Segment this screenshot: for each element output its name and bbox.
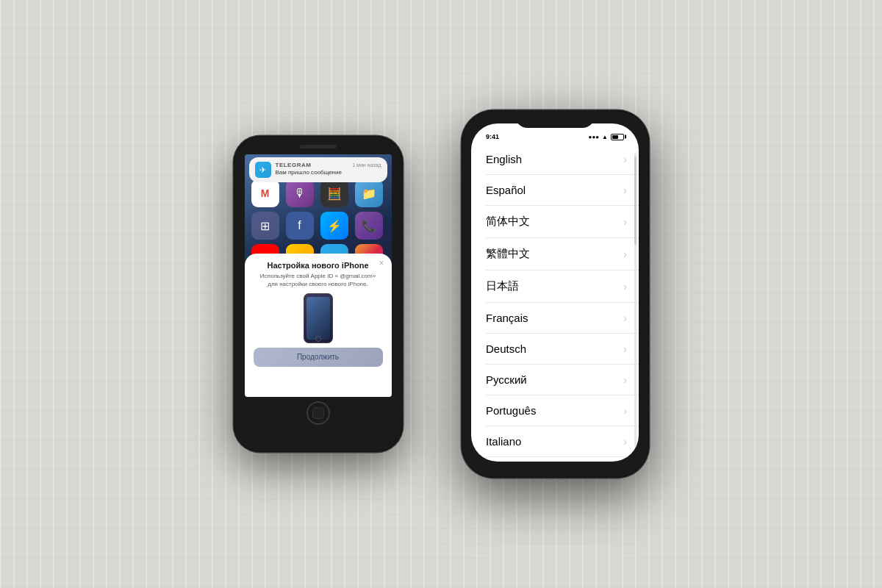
signal-icon: ●●● [589, 134, 600, 140]
language-name: Português [486, 404, 536, 417]
iphone-x: 9:41 ●●● ▲ English›Español›简体中文›繁體中文›日本語… [462, 110, 649, 478]
home-button[interactable] [306, 401, 330, 425]
continue-button[interactable]: Продолжить [254, 348, 383, 367]
facebook-icon[interactable]: f [286, 212, 314, 240]
language-item[interactable]: 한국어› [486, 457, 639, 462]
dialog-phone-screen [306, 297, 330, 340]
extras-icon[interactable]: ⊞ [251, 212, 279, 240]
status-indicators: ●●● ▲ [589, 134, 624, 140]
chevron-right-icon: › [623, 343, 627, 355]
language-name: 简体中文 [486, 215, 530, 229]
notification-time: 1 мин назад [352, 162, 381, 168]
language-name: Español [486, 184, 526, 196]
language-name: Français [486, 312, 528, 324]
scroll-indicator [634, 153, 637, 447]
notification-content: TELEGRAM 1 мин назад Вам пришло сообщени… [276, 162, 381, 176]
wifi-icon: ▲ [602, 134, 608, 140]
phone2-screen: 9:41 ●●● ▲ English›Español›简体中文›繁體中文›日本語… [471, 123, 639, 462]
language-item[interactable]: 繁體中文› [486, 238, 639, 270]
dialog-close-button[interactable]: × [379, 258, 384, 268]
notification-header: TELEGRAM 1 мин назад [276, 162, 381, 168]
language-item[interactable]: Deutsch› [486, 334, 639, 365]
language-item[interactable]: 日本語› [486, 270, 639, 303]
telegram-notification[interactable]: ✈ TELEGRAM 1 мин назад Вам пришло сообще… [249, 157, 387, 182]
messenger-icon[interactable]: ⚡ [320, 212, 348, 240]
chevron-right-icon: › [623, 281, 627, 293]
chevron-right-icon: › [623, 436, 627, 448]
dialog-subtitle: Используйте свой Apple ID « @gmail.com» … [254, 273, 383, 289]
scroll-thumb [634, 157, 637, 245]
language-item[interactable]: Italiano› [486, 426, 639, 457]
chevron-right-icon: › [623, 405, 627, 417]
dialog-phone-home-button [315, 336, 321, 342]
language-name: Deutsch [486, 343, 526, 355]
chevron-right-icon: › [623, 154, 627, 165]
chevron-right-icon: › [623, 312, 627, 324]
language-name: 日本語 [486, 279, 519, 293]
chevron-right-icon: › [623, 248, 627, 260]
language-list: English›Español›简体中文›繁體中文›日本語›Français›D… [471, 144, 639, 462]
chevron-right-icon: › [623, 216, 627, 228]
battery-icon [611, 134, 624, 140]
language-item[interactable]: Español› [486, 175, 639, 206]
language-item[interactable]: English› [486, 144, 639, 175]
notch [514, 110, 595, 128]
language-name: 繁體中文 [486, 247, 530, 261]
chevron-right-icon: › [623, 184, 627, 196]
dialog-iphone-image [304, 293, 333, 343]
notification-app-name: TELEGRAM [276, 162, 312, 168]
speaker-grille [300, 145, 337, 148]
gmail-icon[interactable]: M [251, 179, 279, 207]
chevron-right-icon: › [623, 374, 627, 386]
telegram-icon: ✈ [255, 162, 271, 178]
viber-icon[interactable]: 📞 [355, 212, 383, 240]
home-button-inner [312, 407, 324, 419]
language-name: Русский [486, 373, 527, 386]
language-item[interactable]: Français› [486, 303, 639, 334]
language-name: Italiano [486, 435, 521, 448]
language-item[interactable]: Русский› [486, 365, 639, 395]
podcasts-icon[interactable]: 🎙 [286, 179, 314, 207]
calculator-icon[interactable]: 🧮 [320, 179, 348, 207]
phone1-screen: ✈ TELEGRAM 1 мин назад Вам пришло сообще… [245, 154, 392, 397]
language-name: English [486, 153, 522, 165]
status-time: 9:41 [486, 133, 499, 140]
setup-dialog: × Настройка нового iPhone Используйте св… [245, 254, 392, 397]
language-item[interactable]: Português› [486, 395, 639, 426]
dialog-title: Настройка нового iPhone [267, 261, 368, 270]
files-icon[interactable]: 📁 [355, 179, 383, 207]
language-item[interactable]: 简体中文› [486, 206, 639, 238]
battery-fill [612, 135, 618, 139]
iphone-7-8: ✈ TELEGRAM 1 мин назад Вам пришло сообще… [234, 136, 403, 452]
notification-message: Вам пришло сообщение [276, 169, 381, 176]
